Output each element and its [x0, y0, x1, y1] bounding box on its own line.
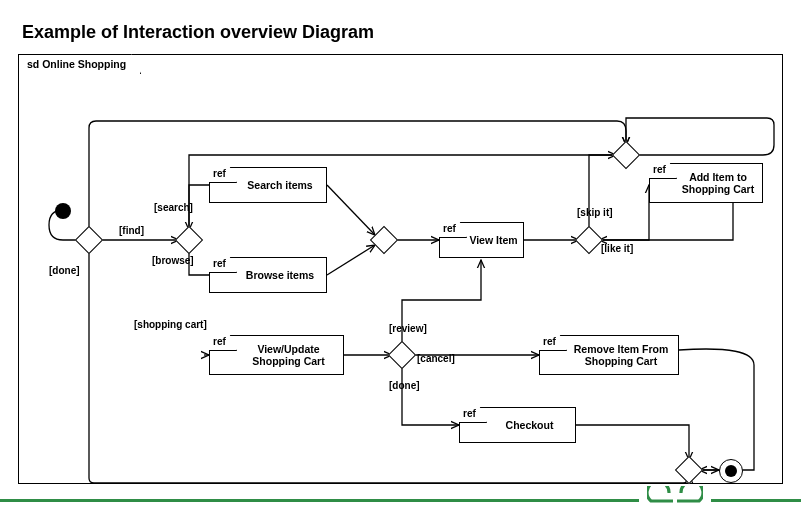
ref-tab: ref	[459, 407, 487, 423]
initial-node	[55, 203, 71, 219]
ref-tab: ref	[539, 335, 567, 351]
node-remove-item: ref Remove Item From Shopping Cart	[539, 335, 679, 375]
node-browse-items: ref Browse items	[209, 257, 327, 293]
merge-top	[612, 141, 640, 169]
frame-label: sd Online Shopping	[18, 54, 141, 74]
guard-review: [review]	[389, 323, 427, 334]
guard-done2: [done]	[389, 380, 420, 391]
ref-tab: ref	[439, 222, 467, 238]
ref-tab: ref	[209, 167, 237, 183]
node-label: Checkout	[506, 419, 554, 431]
merge-final	[675, 456, 703, 484]
guard-cancel: [cancel]	[417, 353, 455, 364]
guard-find: [find]	[119, 225, 144, 236]
final-node	[719, 459, 743, 483]
node-search-items: ref Search items	[209, 167, 327, 203]
merge-view-item	[370, 226, 398, 254]
diagram-frame: sd Online Shopping [done] [find] [search…	[18, 54, 783, 484]
guard-skip-it: [skip it]	[577, 207, 613, 218]
node-add-to-cart: ref Add Item to Shopping Cart	[649, 163, 763, 203]
diagram-title: Example of Interaction overview Diagram	[22, 22, 374, 43]
node-label: View Item	[469, 234, 517, 246]
decision-search-browse	[175, 226, 203, 254]
ref-tab: ref	[209, 257, 237, 273]
node-view-update-cart: ref View/Update Shopping Cart	[209, 335, 344, 375]
decision-cart	[388, 341, 416, 369]
node-label: Search items	[247, 179, 312, 191]
guard-browse: [browse]	[152, 255, 194, 266]
edge-layer	[19, 55, 784, 485]
node-label: Browse items	[246, 269, 314, 281]
ref-tab: ref	[209, 335, 237, 351]
node-view-item: ref View Item	[439, 222, 524, 258]
ref-tab: ref	[649, 163, 677, 179]
node-checkout: ref Checkout	[459, 407, 576, 443]
node-label: Add Item to Shopping Cart	[678, 171, 758, 195]
node-label: Remove Item From Shopping Cart	[568, 343, 674, 367]
guard-search: [search]	[154, 202, 193, 213]
decision-done	[75, 226, 103, 254]
decision-skip-like	[575, 226, 603, 254]
node-label: View/Update Shopping Cart	[238, 343, 339, 367]
diagram-canvas: Example of Interaction overview Diagram …	[0, 0, 801, 532]
guard-like-it: [like it]	[601, 243, 633, 254]
geeksforgeeks-logo-icon	[639, 486, 711, 516]
guard-shopping-cart: [shopping cart]	[134, 319, 207, 330]
guard-done: [done]	[49, 265, 80, 276]
